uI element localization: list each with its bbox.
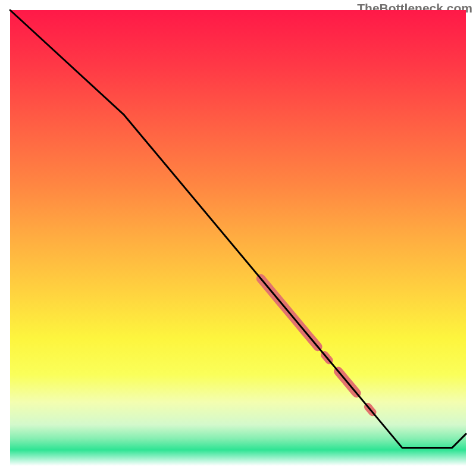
chart-container: TheBottleneck.com (0, 0, 476, 476)
bottleneck-curve (10, 10, 466, 447)
plot-area (10, 10, 466, 466)
curve-layer (10, 10, 466, 466)
